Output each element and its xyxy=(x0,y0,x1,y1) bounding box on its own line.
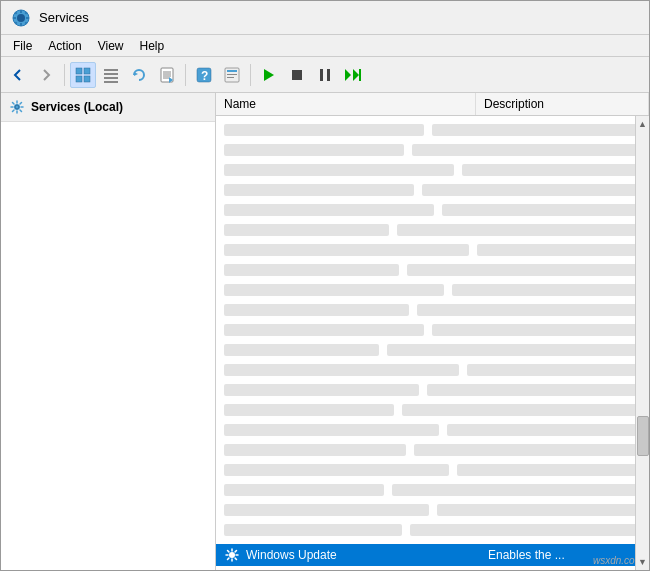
svg-rect-10 xyxy=(76,68,82,74)
list-item[interactable] xyxy=(216,200,649,220)
svg-rect-2 xyxy=(20,10,22,13)
menu-item-action[interactable]: Action xyxy=(40,37,89,55)
svg-rect-28 xyxy=(227,70,237,72)
svg-rect-37 xyxy=(359,69,361,81)
back-button[interactable] xyxy=(5,62,31,88)
list-item[interactable] xyxy=(216,280,649,300)
toolbar-help[interactable]: ? xyxy=(191,62,217,88)
list-item[interactable] xyxy=(216,320,649,340)
list-item[interactable] xyxy=(216,160,649,180)
right-panel: Name Description xyxy=(216,93,649,570)
gear-icon xyxy=(9,99,25,115)
toolbar-sep-3 xyxy=(250,64,251,86)
selected-service-row[interactable]: Windows Update Enables the ... xyxy=(216,544,649,566)
svg-rect-30 xyxy=(227,77,234,78)
left-panel-header: Services (Local) xyxy=(1,93,215,122)
toolbar-refresh[interactable] xyxy=(126,62,152,88)
menu-item-view[interactable]: View xyxy=(90,37,132,55)
svg-rect-14 xyxy=(104,69,118,71)
svg-rect-34 xyxy=(327,69,330,81)
title-bar: Services xyxy=(1,1,649,35)
list-item[interactable] xyxy=(216,140,649,160)
list-item[interactable] xyxy=(216,420,649,440)
svg-marker-18 xyxy=(134,72,138,76)
scroll-down-button[interactable]: ▼ xyxy=(636,554,650,570)
list-item[interactable] xyxy=(216,300,649,320)
service-gear-icon xyxy=(224,547,240,563)
toolbar: ? xyxy=(1,57,649,93)
toolbar-stop[interactable] xyxy=(284,62,310,88)
svg-rect-3 xyxy=(20,23,22,26)
svg-text:?: ? xyxy=(201,69,208,83)
list-item[interactable] xyxy=(216,260,649,280)
list-item[interactable] xyxy=(216,400,649,420)
list-item[interactable] xyxy=(216,220,649,240)
list-item[interactable] xyxy=(216,380,649,400)
scroll-up-button[interactable]: ▲ xyxy=(636,116,650,132)
services-window: Services File Action View Help xyxy=(0,0,650,571)
svg-rect-17 xyxy=(104,81,118,83)
toolbar-view-detail[interactable] xyxy=(98,62,124,88)
blurred-rows-container xyxy=(216,116,649,544)
forward-button[interactable] xyxy=(33,62,59,88)
content-area: Services (Local) Name Description xyxy=(1,93,649,570)
left-panel: Services (Local) xyxy=(1,93,216,570)
svg-rect-13 xyxy=(84,76,90,82)
svg-point-1 xyxy=(17,14,25,22)
svg-rect-11 xyxy=(84,68,90,74)
svg-rect-33 xyxy=(320,69,323,81)
toolbar-pause[interactable] xyxy=(312,62,338,88)
title-bar-icon xyxy=(11,8,31,28)
toolbar-view-standard[interactable] xyxy=(70,62,96,88)
list-item[interactable] xyxy=(216,240,649,260)
svg-rect-29 xyxy=(227,74,237,75)
svg-marker-36 xyxy=(353,69,359,81)
toolbar-resume[interactable] xyxy=(340,62,366,88)
menu-item-file[interactable]: File xyxy=(5,37,40,55)
col-header-name[interactable]: Name xyxy=(216,93,476,115)
svg-marker-31 xyxy=(264,69,274,81)
list-item[interactable] xyxy=(216,480,649,500)
svg-rect-12 xyxy=(76,76,82,82)
toolbar-properties[interactable] xyxy=(219,62,245,88)
list-item[interactable] xyxy=(216,340,649,360)
svg-rect-4 xyxy=(13,17,16,19)
toolbar-start[interactable] xyxy=(256,62,282,88)
selected-service-name: Windows Update xyxy=(246,548,482,562)
menu-item-help[interactable]: Help xyxy=(132,37,173,55)
list-item[interactable] xyxy=(216,500,649,520)
scrollbar[interactable]: ▲ ▼ xyxy=(635,116,649,570)
scrollbar-thumb[interactable] xyxy=(637,416,649,456)
list-item[interactable] xyxy=(216,120,649,140)
svg-rect-32 xyxy=(292,70,302,80)
toolbar-sep-1 xyxy=(64,64,65,86)
list-item[interactable] xyxy=(216,440,649,460)
list-item[interactable] xyxy=(216,460,649,480)
svg-marker-35 xyxy=(345,69,351,81)
services-list[interactable]: Windows Update Enables the ... wsxdn.com… xyxy=(216,116,649,570)
list-item[interactable] xyxy=(216,520,649,540)
col-header-description[interactable]: Description xyxy=(476,93,649,115)
svg-rect-16 xyxy=(104,77,118,79)
column-headers: Name Description xyxy=(216,93,649,116)
toolbar-sep-2 xyxy=(185,64,186,86)
left-panel-title: Services (Local) xyxy=(31,100,123,114)
toolbar-export[interactable] xyxy=(154,62,180,88)
title-bar-title: Services xyxy=(39,10,89,25)
svg-rect-15 xyxy=(104,73,118,75)
menu-bar: File Action View Help xyxy=(1,35,649,57)
list-item[interactable] xyxy=(216,180,649,200)
list-item[interactable] xyxy=(216,360,649,380)
svg-rect-5 xyxy=(26,17,29,19)
